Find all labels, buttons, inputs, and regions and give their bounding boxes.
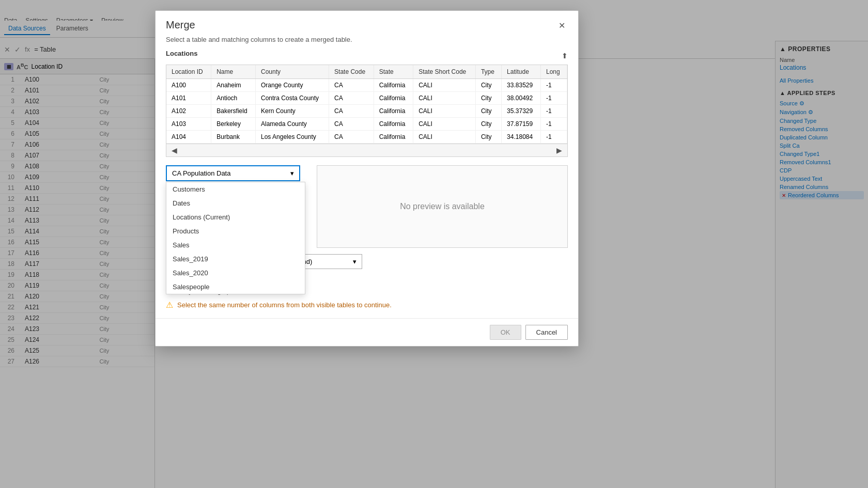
- modal-body: Locations ⬆ Location IDNameCountyState C…: [156, 50, 578, 310]
- cell-state-code: CA: [329, 92, 374, 105]
- dropdown-selected-text: CA Population Data: [172, 169, 230, 177]
- cell-name: Antioch: [211, 92, 256, 105]
- warning-text: Select the same number of columns from b…: [177, 301, 392, 309]
- cell-short-code: CALI: [413, 79, 476, 92]
- table-row: A101 Antioch Contra Costa County CA Cali…: [166, 92, 567, 105]
- cell-type: City: [475, 92, 501, 105]
- cell-latitude: 38.00492: [502, 92, 541, 105]
- table-select-container: CA Population Data ▾ CustomersDatesLocat…: [166, 165, 300, 181]
- cell-loc-id: A100: [166, 79, 211, 92]
- cell-state: California: [374, 105, 413, 118]
- table-dropdown-list: CustomersDatesLocations (Current)Product…: [166, 182, 305, 294]
- table-header: Location ID: [166, 65, 211, 79]
- preview-area: No preview is available: [317, 165, 568, 248]
- cell-loc-id: A103: [166, 118, 211, 131]
- table-row: A103 Berkeley Alameda County CA Californ…: [166, 118, 567, 131]
- dropdown-item[interactable]: Sales: [166, 238, 305, 252]
- preview-placeholder-text: No preview is available: [400, 202, 485, 211]
- cell-latitude: 35.37329: [502, 105, 541, 118]
- modal-subtitle: Select a table and matching columns to c…: [156, 32, 578, 50]
- cell-short-code: CALI: [413, 92, 476, 105]
- table-header: Name: [211, 65, 256, 79]
- dropdown-arrow-icon: ▾: [290, 169, 294, 177]
- second-table-row: CA Population Data ▾ CustomersDatesLocat…: [166, 165, 568, 248]
- table-left-arrow[interactable]: ◀: [168, 145, 180, 155]
- dropdown-item[interactable]: Salespeople: [166, 280, 305, 294]
- cell-type: City: [475, 118, 501, 131]
- locations-merge-table: Location IDNameCountyState CodeStateStat…: [166, 65, 567, 144]
- table-header: Long: [540, 65, 567, 79]
- modal-footer: OK Cancel: [156, 318, 578, 346]
- cell-type: City: [475, 105, 501, 118]
- table-row: A100 Anaheim Orange County CA California…: [166, 79, 567, 92]
- locations-section-label: Locations: [166, 50, 197, 57]
- cell-short-code: CALI: [413, 118, 476, 131]
- table-header: County: [256, 65, 329, 79]
- ok-button[interactable]: OK: [490, 325, 521, 340]
- cell-county: Los Angeles County: [256, 131, 329, 144]
- merge-modal: Merge ✕ Select a table and matching colu…: [155, 10, 579, 347]
- dropdown-item[interactable]: Dates: [166, 196, 305, 210]
- dropdown-item[interactable]: Locations (Current): [166, 210, 305, 224]
- dropdown-item[interactable]: Customers: [166, 182, 305, 196]
- table-header: State Code: [329, 65, 374, 79]
- cell-long: -1: [540, 79, 567, 92]
- cell-long: -1: [540, 131, 567, 144]
- table-right-arrow[interactable]: ▶: [553, 145, 565, 155]
- cell-county: Contra Costa County: [256, 92, 329, 105]
- warning-row: ⚠ Select the same number of columns from…: [166, 300, 568, 310]
- table-dropdown-selected[interactable]: CA Population Data ▾: [166, 165, 300, 181]
- cell-latitude: 34.18084: [502, 131, 541, 144]
- cell-loc-id: A101: [166, 92, 211, 105]
- cell-name: Berkeley: [211, 118, 256, 131]
- cell-type: City: [475, 131, 501, 144]
- cell-long: -1: [540, 105, 567, 118]
- table-header: State Short Code: [413, 65, 476, 79]
- cell-county: Orange County: [256, 79, 329, 92]
- cell-name: Bakersfield: [211, 105, 256, 118]
- cancel-button[interactable]: Cancel: [525, 325, 568, 340]
- cell-county: Alameda County: [256, 118, 329, 131]
- cell-state: California: [374, 118, 413, 131]
- dropdown-item[interactable]: Sales_2019: [166, 252, 305, 266]
- table-header: State: [374, 65, 413, 79]
- cell-loc-id: A102: [166, 105, 211, 118]
- locations-table-wrap: Location IDNameCountyState CodeStateStat…: [166, 65, 568, 157]
- cell-state: California: [374, 92, 413, 105]
- cell-county: Kern County: [256, 105, 329, 118]
- cell-long: -1: [540, 118, 567, 131]
- cell-state-code: CA: [329, 118, 374, 131]
- table-nav-bar: ◀ ▶: [166, 144, 567, 156]
- modal-title-bar: Merge ✕: [156, 11, 578, 32]
- modal-title: Merge: [166, 19, 195, 31]
- cell-latitude: 37.87159: [502, 118, 541, 131]
- dropdown-item[interactable]: Products: [166, 224, 305, 238]
- cell-short-code: CALI: [413, 105, 476, 118]
- modal-close-button[interactable]: ✕: [555, 19, 568, 32]
- cell-state-code: CA: [329, 131, 374, 144]
- warning-icon: ⚠: [166, 300, 173, 310]
- cell-loc-id: A104: [166, 131, 211, 144]
- cell-latitude: 33.83529: [502, 79, 541, 92]
- cell-name: Burbank: [211, 131, 256, 144]
- join-type-arrow-icon: ▾: [353, 258, 357, 265]
- table-row: A102 Bakersfield Kern County CA Californ…: [166, 105, 567, 118]
- cell-long: -1: [540, 92, 567, 105]
- cell-name: Anaheim: [211, 79, 256, 92]
- table-header: Type: [475, 65, 501, 79]
- cell-state: California: [374, 131, 413, 144]
- cell-type: City: [475, 79, 501, 92]
- dropdown-item[interactable]: Sales_2020: [166, 266, 305, 280]
- table-row: A104 Burbank Los Angeles County CA Calif…: [166, 131, 567, 144]
- cell-state: California: [374, 79, 413, 92]
- cell-short-code: CALI: [413, 131, 476, 144]
- cell-state-code: CA: [329, 105, 374, 118]
- export-icon[interactable]: ⬆: [562, 52, 568, 60]
- cell-state-code: CA: [329, 79, 374, 92]
- table-header: Latitude: [502, 65, 541, 79]
